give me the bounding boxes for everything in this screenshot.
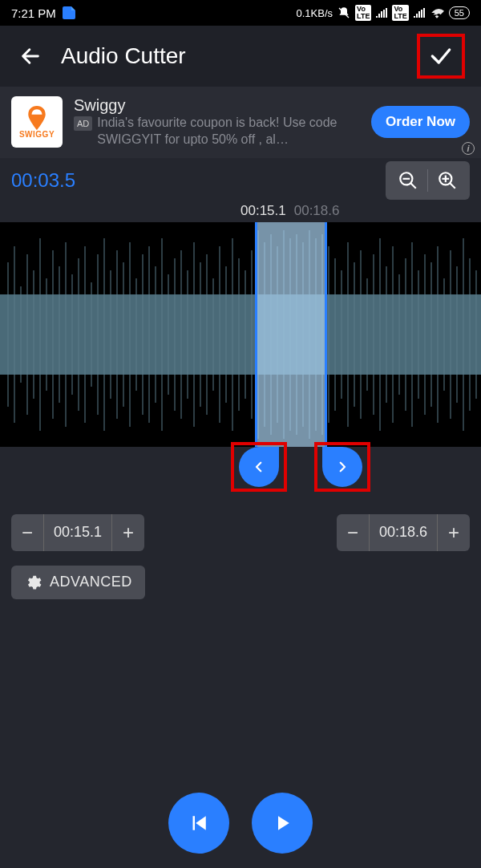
signal-1-icon bbox=[376, 8, 387, 18]
trim-end-handle[interactable] bbox=[322, 447, 362, 487]
ad-title: Swiggy bbox=[74, 96, 360, 115]
selection-duration: 00:03.5 bbox=[11, 169, 75, 192]
zoom-in-button[interactable] bbox=[428, 164, 467, 197]
timeline-markers: 00:15.1 00:18.6 bbox=[0, 203, 481, 219]
done-button[interactable] bbox=[417, 34, 465, 79]
signal-2-icon bbox=[414, 8, 425, 18]
status-time: 7:21 PM bbox=[11, 6, 56, 20]
ad-badge: AD bbox=[74, 116, 92, 131]
end-time-stepper: − 00:18.6 + bbox=[337, 514, 470, 551]
swiggy-logo-icon bbox=[26, 106, 47, 130]
waveform-display[interactable] bbox=[0, 222, 481, 447]
marker-end-label: 00:18.6 bbox=[294, 203, 340, 219]
end-increment-button[interactable]: + bbox=[438, 514, 470, 551]
volte-badge-1: VoLTE bbox=[355, 5, 371, 21]
skip-previous-button[interactable] bbox=[168, 793, 229, 854]
dnd-icon bbox=[338, 6, 350, 19]
play-button[interactable] bbox=[252, 793, 313, 854]
ad-icon-label: SWIGGY bbox=[19, 130, 55, 139]
check-icon bbox=[428, 43, 454, 69]
running-app-icon bbox=[63, 6, 75, 19]
chevron-right-icon bbox=[335, 460, 350, 474]
start-time-value[interactable]: 00:15.1 bbox=[43, 514, 112, 551]
end-decrement-button[interactable]: − bbox=[337, 514, 369, 551]
play-icon bbox=[270, 811, 294, 835]
gear-icon bbox=[24, 574, 42, 591]
back-button[interactable] bbox=[16, 42, 45, 71]
trim-start-handle[interactable] bbox=[239, 447, 279, 487]
zoom-controls bbox=[386, 161, 470, 200]
svg-line-5 bbox=[450, 183, 455, 189]
skip-previous-icon bbox=[187, 811, 211, 835]
wifi-icon bbox=[430, 7, 444, 18]
status-bar: 7:21 PM 0.1KB/s VoLTE VoLTE 55 bbox=[0, 0, 481, 26]
start-increment-button[interactable]: + bbox=[112, 514, 144, 551]
app-bar: Audio Cutter bbox=[0, 26, 481, 87]
start-time-stepper: − 00:15.1 + bbox=[11, 514, 144, 551]
advanced-label: ADVANCED bbox=[50, 574, 132, 590]
end-time-value[interactable]: 00:18.6 bbox=[369, 514, 438, 551]
arrow-left-icon bbox=[19, 45, 42, 67]
zoom-out-icon bbox=[398, 170, 418, 191]
svg-line-2 bbox=[410, 183, 416, 189]
player-controls bbox=[0, 793, 481, 854]
marker-start-label: 00:15.1 bbox=[240, 203, 286, 219]
ad-app-icon: SWIGGY bbox=[11, 96, 63, 148]
zoom-out-button[interactable] bbox=[389, 164, 427, 197]
zoom-in-icon bbox=[437, 170, 458, 191]
ad-banner[interactable]: SWIGGY Swiggy AD India's favourite coupo… bbox=[0, 87, 481, 158]
battery-level: 55 bbox=[449, 6, 470, 19]
chevron-left-icon bbox=[252, 460, 266, 474]
page-title: Audio Cutter bbox=[61, 43, 417, 69]
start-decrement-button[interactable]: − bbox=[11, 514, 43, 551]
selection-range[interactable] bbox=[255, 222, 327, 447]
ad-description: India's favourite coupon is back! Use co… bbox=[97, 115, 360, 148]
ad-cta-button[interactable]: Order Now bbox=[371, 106, 470, 138]
status-data-rate: 0.1KB/s bbox=[297, 7, 333, 19]
advanced-button[interactable]: ADVANCED bbox=[11, 566, 145, 599]
ad-info-icon[interactable]: i bbox=[462, 142, 475, 155]
volte-badge-2: VoLTE bbox=[392, 5, 408, 21]
